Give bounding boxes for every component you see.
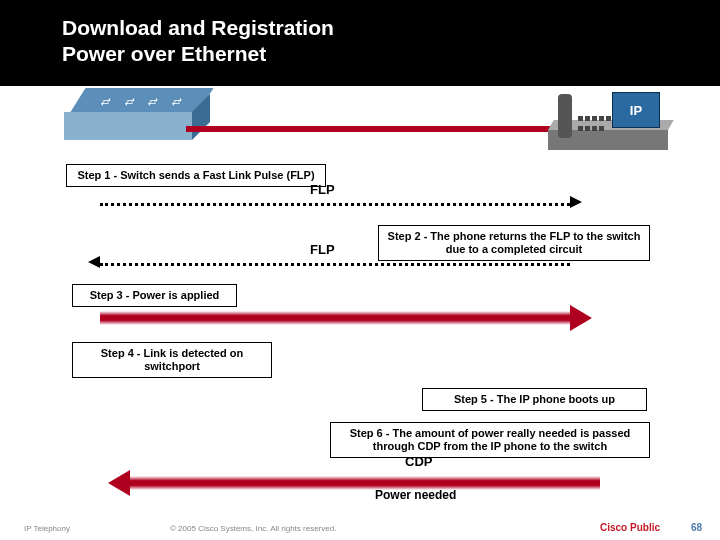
step-6-box: Step 6 - The amount of power really need… — [330, 422, 650, 458]
step-2-box: Step 2 - The phone returns the FLP to th… — [378, 225, 650, 261]
step-1-box: Step 1 - Switch sends a Fast Link Pulse … — [66, 164, 326, 187]
flp-label-2: FLP — [310, 242, 335, 257]
flp-label-1: FLP — [310, 182, 335, 197]
cdp-label: CDP — [405, 454, 432, 469]
corner-accent — [650, 0, 720, 45]
power-arrow-right — [100, 311, 570, 325]
slide-header: Download and Registration Power over Eth… — [0, 0, 720, 86]
slide-footer: IP Telephony © 2005 Cisco Systems, Inc. … — [0, 518, 720, 540]
phone-screen-label: IP — [612, 92, 660, 128]
title-line-1: Download and Registration — [62, 16, 334, 40]
network-switch-icon: ⇄⇄⇄⇄ — [64, 98, 192, 144]
diagram-area: ⇄⇄⇄⇄ IP Step 1 - Switch sends a Fast Lin… — [0, 86, 720, 518]
step-4-box: Step 4 - Link is detected on switchport — [72, 342, 272, 378]
step-5-box: Step 5 - The IP phone boots up — [422, 388, 647, 411]
arrowhead-left-icon — [88, 256, 100, 268]
arrowhead-right-icon — [570, 196, 582, 208]
footer-brand: Cisco Public — [600, 522, 660, 533]
title-line-2: Power over Ethernet — [62, 42, 266, 66]
cdp-arrow-left — [130, 476, 600, 490]
footer-left: IP Telephony — [24, 524, 70, 533]
flp-arrow-left — [100, 263, 570, 266]
ethernet-cable — [186, 126, 554, 132]
step-3-box: Step 3 - Power is applied — [72, 284, 237, 307]
page-number: 68 — [691, 522, 702, 533]
ip-phone-icon: IP — [548, 88, 668, 150]
footer-copyright: © 2005 Cisco Systems, Inc. All rights re… — [170, 524, 336, 533]
flp-arrow-right — [100, 203, 570, 206]
power-needed-label: Power needed — [375, 488, 456, 502]
